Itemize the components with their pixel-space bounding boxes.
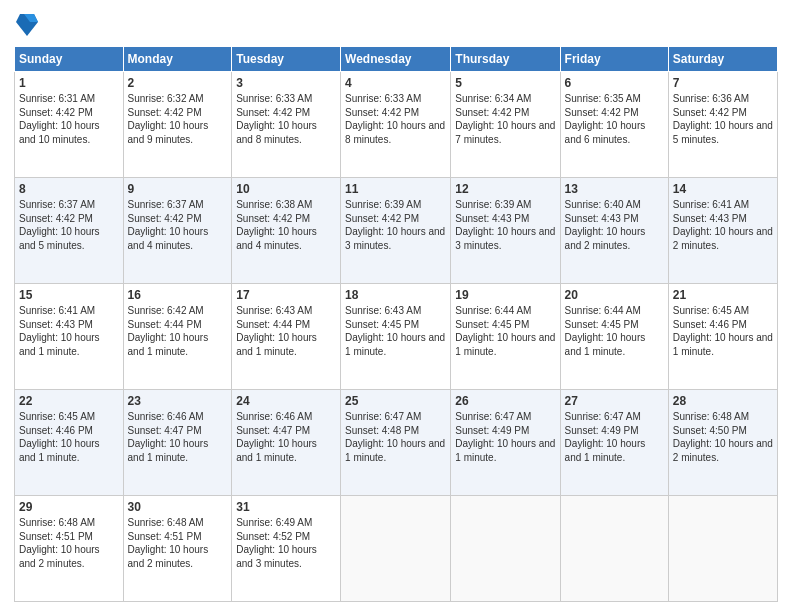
sunset-text: Sunset: 4:46 PM: [673, 319, 747, 330]
sunrise-text: Sunrise: 6:41 AM: [19, 305, 95, 316]
calendar-cell: 2Sunrise: 6:32 AMSunset: 4:42 PMDaylight…: [123, 72, 232, 178]
logo-icon: [16, 12, 38, 38]
sunrise-text: Sunrise: 6:31 AM: [19, 93, 95, 104]
sunset-text: Sunset: 4:47 PM: [128, 425, 202, 436]
calendar-cell: 23Sunrise: 6:46 AMSunset: 4:47 PMDayligh…: [123, 390, 232, 496]
daylight-text: Daylight: 10 hours and 1 minute.: [19, 438, 100, 463]
weekday-header: Monday: [123, 47, 232, 72]
sunrise-text: Sunrise: 6:32 AM: [128, 93, 204, 104]
daylight-text: Daylight: 10 hours and 2 minutes.: [673, 438, 773, 463]
sunrise-text: Sunrise: 6:47 AM: [565, 411, 641, 422]
sunrise-text: Sunrise: 6:47 AM: [345, 411, 421, 422]
weekday-header: Tuesday: [232, 47, 341, 72]
sunrise-text: Sunrise: 6:39 AM: [345, 199, 421, 210]
calendar-cell: 25Sunrise: 6:47 AMSunset: 4:48 PMDayligh…: [341, 390, 451, 496]
header: [14, 10, 778, 38]
sunset-text: Sunset: 4:42 PM: [19, 107, 93, 118]
day-number: 21: [673, 287, 773, 303]
daylight-text: Daylight: 10 hours and 5 minutes.: [19, 226, 100, 251]
daylight-text: Daylight: 10 hours and 1 minute.: [236, 332, 317, 357]
weekday-header: Sunday: [15, 47, 124, 72]
sunset-text: Sunset: 4:42 PM: [128, 213, 202, 224]
sunset-text: Sunset: 4:43 PM: [673, 213, 747, 224]
day-number: 19: [455, 287, 555, 303]
calendar-cell: 16Sunrise: 6:42 AMSunset: 4:44 PMDayligh…: [123, 284, 232, 390]
daylight-text: Daylight: 10 hours and 6 minutes.: [565, 120, 646, 145]
day-number: 20: [565, 287, 664, 303]
calendar-cell: 13Sunrise: 6:40 AMSunset: 4:43 PMDayligh…: [560, 178, 668, 284]
sunset-text: Sunset: 4:42 PM: [565, 107, 639, 118]
sunset-text: Sunset: 4:48 PM: [345, 425, 419, 436]
day-number: 4: [345, 75, 446, 91]
day-number: 29: [19, 499, 119, 515]
sunset-text: Sunset: 4:49 PM: [565, 425, 639, 436]
calendar-cell: [560, 496, 668, 602]
day-number: 25: [345, 393, 446, 409]
sunrise-text: Sunrise: 6:45 AM: [673, 305, 749, 316]
day-number: 10: [236, 181, 336, 197]
sunrise-text: Sunrise: 6:34 AM: [455, 93, 531, 104]
sunset-text: Sunset: 4:43 PM: [565, 213, 639, 224]
day-number: 27: [565, 393, 664, 409]
day-number: 14: [673, 181, 773, 197]
sunset-text: Sunset: 4:42 PM: [128, 107, 202, 118]
calendar-cell: 29Sunrise: 6:48 AMSunset: 4:51 PMDayligh…: [15, 496, 124, 602]
sunset-text: Sunset: 4:43 PM: [19, 319, 93, 330]
calendar-cell: 6Sunrise: 6:35 AMSunset: 4:42 PMDaylight…: [560, 72, 668, 178]
day-number: 31: [236, 499, 336, 515]
day-number: 2: [128, 75, 228, 91]
sunrise-text: Sunrise: 6:41 AM: [673, 199, 749, 210]
day-number: 30: [128, 499, 228, 515]
page: SundayMondayTuesdayWednesdayThursdayFrid…: [0, 0, 792, 612]
daylight-text: Daylight: 10 hours and 3 minutes.: [236, 544, 317, 569]
sunrise-text: Sunrise: 6:45 AM: [19, 411, 95, 422]
day-number: 13: [565, 181, 664, 197]
sunrise-text: Sunrise: 6:48 AM: [128, 517, 204, 528]
daylight-text: Daylight: 10 hours and 1 minute.: [128, 332, 209, 357]
calendar-cell: 19Sunrise: 6:44 AMSunset: 4:45 PMDayligh…: [451, 284, 560, 390]
day-number: 7: [673, 75, 773, 91]
sunset-text: Sunset: 4:44 PM: [236, 319, 310, 330]
calendar-cell: 30Sunrise: 6:48 AMSunset: 4:51 PMDayligh…: [123, 496, 232, 602]
sunset-text: Sunset: 4:44 PM: [128, 319, 202, 330]
calendar-table: SundayMondayTuesdayWednesdayThursdayFrid…: [14, 46, 778, 602]
calendar-cell: 10Sunrise: 6:38 AMSunset: 4:42 PMDayligh…: [232, 178, 341, 284]
calendar-week-row: 8Sunrise: 6:37 AMSunset: 4:42 PMDaylight…: [15, 178, 778, 284]
sunrise-text: Sunrise: 6:39 AM: [455, 199, 531, 210]
calendar-cell: 3Sunrise: 6:33 AMSunset: 4:42 PMDaylight…: [232, 72, 341, 178]
day-number: 23: [128, 393, 228, 409]
daylight-text: Daylight: 10 hours and 1 minute.: [455, 438, 555, 463]
calendar-week-row: 29Sunrise: 6:48 AMSunset: 4:51 PMDayligh…: [15, 496, 778, 602]
daylight-text: Daylight: 10 hours and 2 minutes.: [128, 544, 209, 569]
day-number: 1: [19, 75, 119, 91]
sunrise-text: Sunrise: 6:49 AM: [236, 517, 312, 528]
daylight-text: Daylight: 10 hours and 2 minutes.: [19, 544, 100, 569]
daylight-text: Daylight: 10 hours and 8 minutes.: [236, 120, 317, 145]
sunset-text: Sunset: 4:50 PM: [673, 425, 747, 436]
daylight-text: Daylight: 10 hours and 1 minute.: [345, 332, 445, 357]
calendar-cell: 7Sunrise: 6:36 AMSunset: 4:42 PMDaylight…: [668, 72, 777, 178]
calendar-cell: [341, 496, 451, 602]
sunset-text: Sunset: 4:51 PM: [128, 531, 202, 542]
daylight-text: Daylight: 10 hours and 1 minute.: [455, 332, 555, 357]
sunrise-text: Sunrise: 6:46 AM: [236, 411, 312, 422]
daylight-text: Daylight: 10 hours and 3 minutes.: [455, 226, 555, 251]
sunrise-text: Sunrise: 6:33 AM: [345, 93, 421, 104]
calendar-cell: 27Sunrise: 6:47 AMSunset: 4:49 PMDayligh…: [560, 390, 668, 496]
daylight-text: Daylight: 10 hours and 4 minutes.: [128, 226, 209, 251]
day-number: 24: [236, 393, 336, 409]
logo: [14, 10, 38, 38]
sunrise-text: Sunrise: 6:43 AM: [236, 305, 312, 316]
daylight-text: Daylight: 10 hours and 5 minutes.: [673, 120, 773, 145]
sunrise-text: Sunrise: 6:48 AM: [673, 411, 749, 422]
calendar-cell: 5Sunrise: 6:34 AMSunset: 4:42 PMDaylight…: [451, 72, 560, 178]
day-number: 9: [128, 181, 228, 197]
daylight-text: Daylight: 10 hours and 2 minutes.: [673, 226, 773, 251]
weekday-header: Friday: [560, 47, 668, 72]
daylight-text: Daylight: 10 hours and 1 minute.: [673, 332, 773, 357]
sunrise-text: Sunrise: 6:43 AM: [345, 305, 421, 316]
day-number: 28: [673, 393, 773, 409]
calendar-cell: 22Sunrise: 6:45 AMSunset: 4:46 PMDayligh…: [15, 390, 124, 496]
sunrise-text: Sunrise: 6:42 AM: [128, 305, 204, 316]
sunrise-text: Sunrise: 6:46 AM: [128, 411, 204, 422]
